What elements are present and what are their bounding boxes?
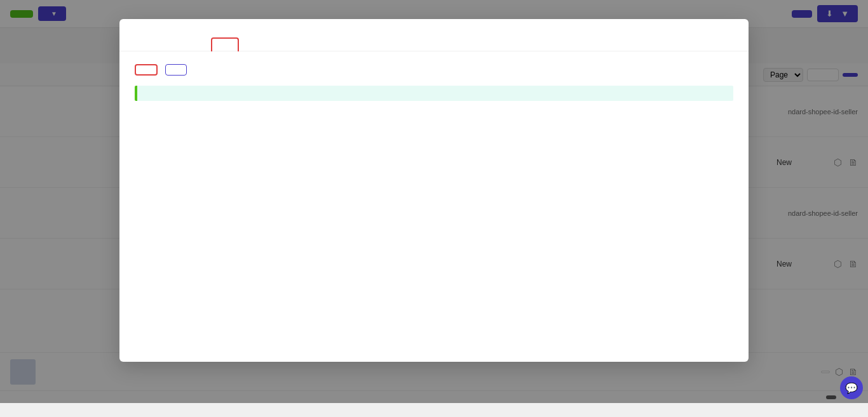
tab-summary[interactable]	[135, 37, 160, 51]
add-note-pick-button[interactable]	[165, 64, 187, 76]
modal-dialog	[119, 19, 749, 362]
info-banner	[135, 86, 733, 101]
wechat-tooltip	[826, 395, 836, 399]
modal-body	[119, 51, 749, 362]
tab-internal-note[interactable]	[211, 37, 239, 51]
modal-overlay	[0, 0, 868, 417]
modal-header	[119, 19, 749, 51]
tab-shipment[interactable]	[186, 37, 211, 51]
add-note-cs-button[interactable]	[135, 64, 158, 76]
chat-widget-button[interactable]: 💬	[840, 376, 863, 399]
tab-address[interactable]	[160, 37, 186, 51]
status-bar	[0, 403, 868, 417]
modal-tabs	[135, 37, 733, 51]
add-note-buttons	[135, 64, 733, 76]
